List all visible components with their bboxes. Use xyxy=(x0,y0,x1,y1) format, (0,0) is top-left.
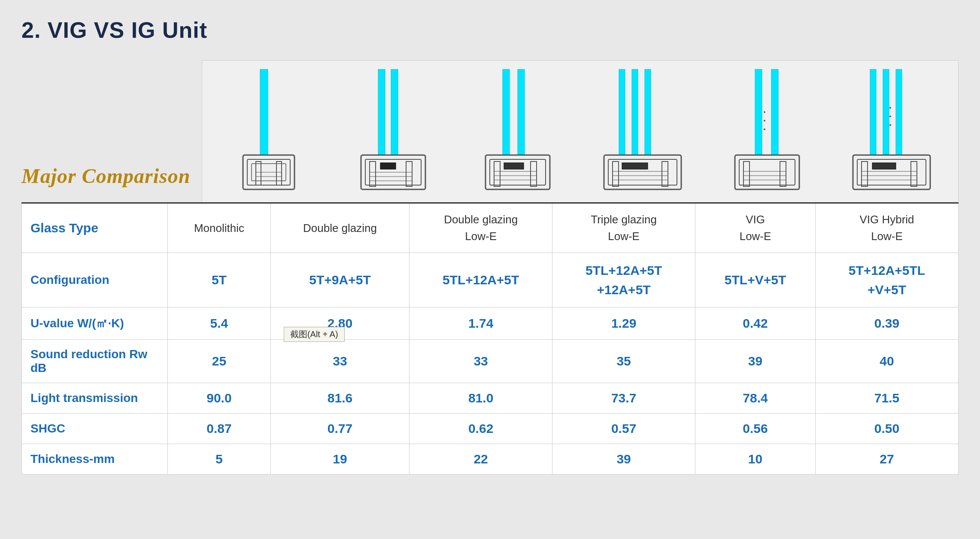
cell-shgc-6: 0.50 xyxy=(815,414,958,444)
diagram-vig-lowe xyxy=(705,69,829,198)
svg-point-54 xyxy=(889,107,891,109)
svg-rect-44 xyxy=(735,155,799,189)
svg-rect-31 xyxy=(604,155,681,189)
table-row-glass-type: Glass Type Monolithic Double glazing Dou… xyxy=(22,203,959,253)
cell-sound-6: 40 xyxy=(815,340,958,383)
cell-light-3: 81.0 xyxy=(410,383,552,414)
tooltip: 截图(Alt + A) xyxy=(284,327,345,342)
cell-light-2: 81.6 xyxy=(270,383,409,414)
svg-point-41 xyxy=(764,111,765,113)
svg-rect-13 xyxy=(406,161,412,186)
cell-glass-type-3: Double glazingLow-E xyxy=(410,203,552,253)
svg-rect-52 xyxy=(883,69,889,155)
cell-config-3: 5TL+12A+5T xyxy=(410,253,552,308)
svg-rect-61 xyxy=(872,163,896,169)
svg-rect-35 xyxy=(622,163,648,169)
svg-rect-33 xyxy=(613,161,619,186)
svg-rect-8 xyxy=(378,69,385,155)
svg-rect-28 xyxy=(619,69,625,155)
cell-thickness-6: 27 xyxy=(815,444,958,475)
svg-rect-59 xyxy=(862,161,868,186)
cell-shgc-3: 0.62 xyxy=(410,414,552,444)
svg-rect-39 xyxy=(755,69,762,155)
cell-config-5: 5TL+V+5T xyxy=(695,253,816,308)
cell-thickness-2: 19 xyxy=(270,444,409,475)
diagram-double-glazing-lowe xyxy=(455,69,580,198)
svg-rect-19 xyxy=(518,69,525,155)
svg-rect-20 xyxy=(485,155,550,189)
cell-glass-type-4: Triple glazingLow-E xyxy=(552,203,695,253)
cell-light-1: 90.0 xyxy=(168,383,271,414)
svg-rect-22 xyxy=(494,161,500,186)
cell-uvalue-4: 1.29 xyxy=(552,308,695,340)
cell-sound-3: 33 xyxy=(410,340,552,383)
cell-thickness-4: 39 xyxy=(552,444,695,475)
cell-shgc-1: 0.87 xyxy=(168,414,271,444)
diagram-triple-glazing-lowe xyxy=(580,69,705,198)
svg-rect-29 xyxy=(632,69,638,155)
table-row-shgc: SHGC 0.87 0.77 0.62 0.57 0.56 0.50 xyxy=(22,414,959,444)
svg-rect-40 xyxy=(771,69,778,155)
label-configuration: Configuration xyxy=(22,253,168,308)
cell-uvalue-1: 5.4 xyxy=(168,308,271,340)
page-title: 2. VIG VS IG Unit xyxy=(21,17,959,43)
diagram-double-glazing xyxy=(331,69,455,198)
svg-rect-45 xyxy=(739,159,795,185)
cell-shgc-4: 0.57 xyxy=(552,414,695,444)
svg-rect-57 xyxy=(853,155,930,189)
svg-rect-12 xyxy=(370,161,376,186)
svg-rect-34 xyxy=(662,161,668,186)
svg-point-42 xyxy=(764,120,765,122)
svg-rect-24 xyxy=(504,163,524,169)
svg-point-55 xyxy=(889,116,891,117)
cell-shgc-2: 0.77 xyxy=(270,414,409,444)
svg-point-56 xyxy=(889,124,891,126)
cell-glass-type-6: VIG HybridLow-E xyxy=(815,203,958,253)
diagram-monolithic xyxy=(206,69,331,198)
cell-config-1: 5T xyxy=(168,253,271,308)
svg-rect-0 xyxy=(260,69,268,155)
table-row-configuration: Configuration 5T 5T+9A+5T 5TL+12A+5T 5TL… xyxy=(22,253,959,308)
cell-sound-4: 35 xyxy=(552,340,695,383)
cell-glass-type-2: Double glazing xyxy=(270,203,409,253)
svg-point-43 xyxy=(764,128,765,130)
svg-rect-46 xyxy=(743,161,749,186)
cell-sound-1: 25 xyxy=(168,340,271,383)
svg-rect-30 xyxy=(645,69,651,155)
cell-thickness-1: 5 xyxy=(168,444,271,475)
svg-rect-5 xyxy=(276,161,282,185)
svg-rect-4 xyxy=(256,161,261,185)
cell-config-2: 5T+9A+5T xyxy=(270,253,409,308)
cell-glass-type-1: Monolithic xyxy=(168,203,271,253)
label-glass-type: Glass Type xyxy=(22,203,168,253)
table-row-thickness: Thickness-mm 5 19 22 39 10 27 xyxy=(22,444,959,475)
label-uvalue: U-value W/(㎡·K) xyxy=(22,308,168,340)
label-shgc: SHGC xyxy=(22,414,168,444)
cell-shgc-5: 0.56 xyxy=(695,414,816,444)
label-light-transmission: Light transmission xyxy=(22,383,168,414)
svg-rect-23 xyxy=(531,161,537,186)
cell-light-4: 73.7 xyxy=(552,383,695,414)
comparison-table: Glass Type Monolithic Double glazing Dou… xyxy=(21,202,959,475)
cell-uvalue-5: 0.42 xyxy=(695,308,816,340)
cell-light-6: 71.5 xyxy=(815,383,958,414)
cell-thickness-3: 22 xyxy=(410,444,552,475)
table-row-light-transmission: Light transmission 90.0 81.6 81.0 73.7 7… xyxy=(22,383,959,414)
table-row-sound-reduction: Sound reduction Rw dB 25 33 33 35 39 40 xyxy=(22,340,959,383)
cell-uvalue-6: 0.39 xyxy=(815,308,958,340)
cell-thickness-5: 10 xyxy=(695,444,816,475)
cell-uvalue-2: 2.80 截图(Alt + A) xyxy=(270,308,409,340)
svg-rect-53 xyxy=(896,69,902,155)
cell-uvalue-3: 1.74 xyxy=(410,308,552,340)
cell-light-5: 78.4 xyxy=(695,383,816,414)
svg-rect-60 xyxy=(911,161,917,186)
svg-rect-51 xyxy=(870,69,876,155)
label-sound-reduction: Sound reduction Rw dB xyxy=(22,340,168,383)
cell-config-4: 5TL+12A+5T+12A+5T xyxy=(552,253,695,308)
diagram-vig-hybrid-lowe xyxy=(829,69,954,198)
cell-sound-5: 39 xyxy=(695,340,816,383)
svg-rect-14 xyxy=(380,163,396,169)
cell-sound-2: 33 xyxy=(270,340,409,383)
svg-rect-18 xyxy=(503,69,510,155)
cell-config-6: 5T+12A+5TL+V+5T xyxy=(815,253,958,308)
